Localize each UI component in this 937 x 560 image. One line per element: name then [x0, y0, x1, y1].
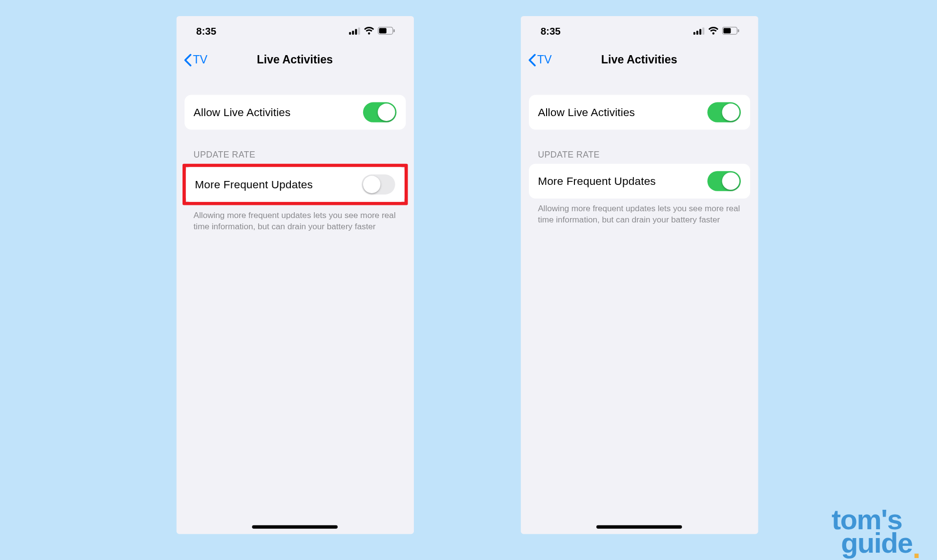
- svg-rect-11: [702, 27, 704, 34]
- more-frequent-updates-label: More Frequent Updates: [195, 178, 313, 191]
- svg-rect-14: [723, 28, 731, 34]
- status-icons: [693, 27, 739, 35]
- status-icons: [348, 27, 395, 35]
- status-time: 8:35: [541, 25, 561, 36]
- section-header-update-rate: UPDATE RATE: [184, 150, 405, 164]
- watermark-logo: tom's guide.: [832, 508, 921, 555]
- allow-live-activities-toggle[interactable]: [707, 102, 741, 122]
- svg-rect-15: [737, 29, 739, 32]
- update-rate-footnote: Allowing more frequent updates lets you …: [184, 205, 405, 233]
- page-title: Live Activities: [601, 54, 677, 67]
- svg-rect-10: [699, 29, 701, 35]
- home-indicator[interactable]: [252, 525, 337, 529]
- wifi-icon: [364, 27, 374, 35]
- section-header-update-rate: UPDATE RATE: [529, 150, 750, 164]
- back-button[interactable]: TV: [527, 54, 551, 67]
- allow-live-activities-label: Allow Live Activities: [194, 106, 291, 119]
- svg-rect-3: [358, 27, 360, 34]
- battery-icon: [377, 27, 395, 35]
- allow-live-activities-row: Allow Live Activities: [529, 95, 750, 130]
- more-frequent-updates-toggle[interactable]: [707, 171, 741, 191]
- home-indicator[interactable]: [596, 525, 682, 529]
- svg-point-12: [712, 32, 714, 34]
- phone-screenshot-left: 8:35 TV: [176, 16, 413, 534]
- svg-rect-8: [693, 32, 695, 34]
- chevron-left-icon: [183, 54, 192, 67]
- more-frequent-updates-toggle[interactable]: [361, 175, 395, 195]
- more-frequent-updates-row: More Frequent Updates: [529, 164, 750, 199]
- allow-live-activities-row: Allow Live Activities: [184, 95, 405, 130]
- back-label: TV: [193, 54, 207, 67]
- phone-screenshot-right: 8:35 TV: [521, 16, 758, 534]
- nav-bar: TV Live Activities: [521, 45, 758, 75]
- allow-live-activities-toggle[interactable]: [363, 102, 396, 122]
- svg-rect-1: [352, 30, 354, 34]
- status-time: 8:35: [196, 25, 216, 36]
- svg-rect-7: [393, 29, 395, 32]
- svg-rect-0: [348, 32, 350, 34]
- more-frequent-updates-label: More Frequent Updates: [538, 175, 656, 187]
- back-button[interactable]: TV: [183, 54, 207, 67]
- allow-live-activities-label: Allow Live Activities: [538, 106, 635, 119]
- more-frequent-updates-row: More Frequent Updates: [185, 167, 404, 202]
- back-label: TV: [537, 54, 552, 67]
- battery-icon: [722, 27, 739, 35]
- cellular-icon: [693, 27, 704, 34]
- watermark-accent-icon: .: [913, 532, 921, 560]
- nav-bar: TV Live Activities: [176, 45, 413, 75]
- status-bar: 8:35: [521, 16, 758, 45]
- watermark-line-2: guide: [841, 527, 913, 559]
- cellular-icon: [348, 27, 360, 34]
- svg-rect-6: [379, 28, 386, 34]
- svg-point-4: [367, 32, 369, 34]
- highlight-annotation: More Frequent Updates: [182, 164, 407, 205]
- svg-rect-9: [696, 30, 698, 34]
- status-bar: 8:35: [176, 16, 413, 45]
- wifi-icon: [708, 27, 718, 35]
- svg-rect-2: [355, 29, 357, 35]
- update-rate-footnote: Allowing more frequent updates lets you …: [529, 199, 750, 226]
- page-title: Live Activities: [257, 54, 333, 67]
- chevron-left-icon: [527, 54, 536, 67]
